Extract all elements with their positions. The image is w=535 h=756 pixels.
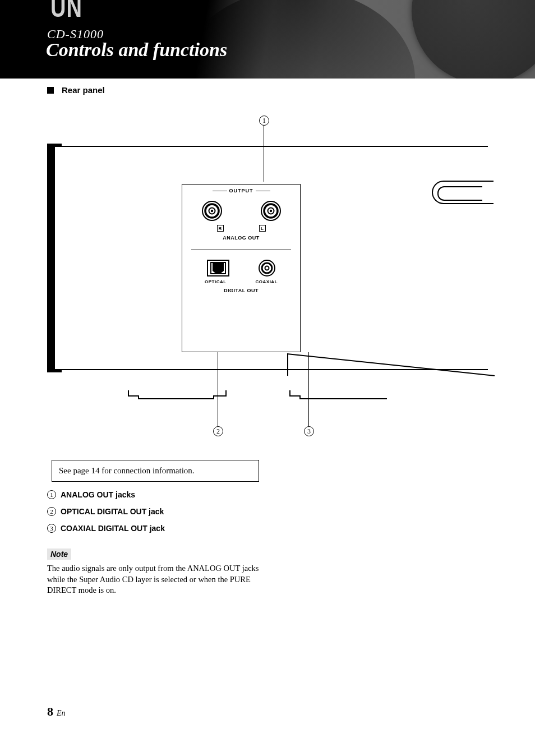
header-decor-disc (412, 0, 535, 79)
digital-port-captions: OPTICAL COAXIAL (182, 277, 300, 285)
callout-description-list: 1 ANALOG OUT jacks 2 OPTICAL DIGITAL OUT… (47, 490, 165, 541)
page-header: UN CD-S1000 Controls and functions (0, 0, 535, 79)
analog-out-r-jack (201, 200, 223, 222)
divider-line (191, 250, 291, 250)
power-cord-grommet (432, 181, 494, 204)
callout-leader-2 (218, 352, 218, 426)
section-heading: Rear panel (47, 85, 105, 95)
output-label-row: OUTPUT (182, 185, 300, 195)
section-heading-text: Rear panel (62, 85, 105, 95)
brand-logo-fragment: UN (50, 0, 82, 23)
optical-label: OPTICAL (205, 279, 227, 284)
chassis-foot-right (289, 390, 386, 398)
page-language: En (56, 709, 66, 717)
callout-leader-3 (308, 352, 309, 426)
page-title: Controls and functions (46, 39, 227, 61)
digital-out-label: DIGITAL OUT (182, 285, 300, 298)
list-item: 2 OPTICAL DIGITAL OUT jack (47, 507, 165, 516)
analog-out-label: ANALOG OUT (182, 233, 300, 245)
svg-point-3 (210, 210, 213, 212)
optical-out-jack (207, 260, 229, 276)
analog-jack-row (182, 200, 300, 222)
item-label: COAXIAL DIGITAL OUT jack (61, 524, 165, 533)
coaxial-out-jack (258, 259, 276, 277)
item-number-icon: 1 (47, 490, 56, 499)
digital-jack-row (182, 255, 300, 277)
list-item: 3 COAXIAL DIGITAL OUT jack (47, 524, 165, 533)
square-bullet-icon (47, 87, 54, 94)
callout-1: 1 (259, 116, 269, 126)
chassis-foot-left (128, 390, 224, 398)
page-number: 8 (47, 704, 53, 718)
channel-label-row: R L (182, 222, 300, 233)
io-panel: OUTPUT R L ANALOG OUT (182, 184, 301, 352)
note-body: The audio signals are only output from t… (47, 563, 271, 596)
item-label: OPTICAL DIGITAL OUT jack (61, 507, 164, 516)
output-label: OUTPUT (229, 188, 253, 193)
callout-2: 2 (213, 426, 223, 436)
svg-point-12 (265, 266, 269, 270)
connection-info-box: See page 14 for connection information. (52, 460, 259, 482)
chassis-outline: OUTPUT R L ANALOG OUT (54, 146, 488, 370)
item-number-icon: 2 (47, 507, 56, 516)
svg-point-11 (262, 263, 272, 273)
page-footer: 8 En (47, 704, 66, 719)
callout-3: 3 (304, 426, 314, 436)
item-label: ANALOG OUT jacks (61, 490, 135, 499)
list-item: 1 ANALOG OUT jacks (47, 490, 165, 499)
note-heading: Note (47, 548, 71, 560)
svg-point-7 (269, 210, 271, 212)
coaxial-label: COAXIAL (256, 279, 278, 284)
channel-l-label: L (259, 225, 266, 232)
analog-out-l-jack (260, 200, 282, 222)
channel-r-label: R (217, 225, 224, 232)
callout-leader-1 (264, 126, 264, 182)
item-number-icon: 3 (47, 524, 56, 533)
rear-panel-diagram: OUTPUT R L ANALOG OUT (47, 146, 488, 381)
